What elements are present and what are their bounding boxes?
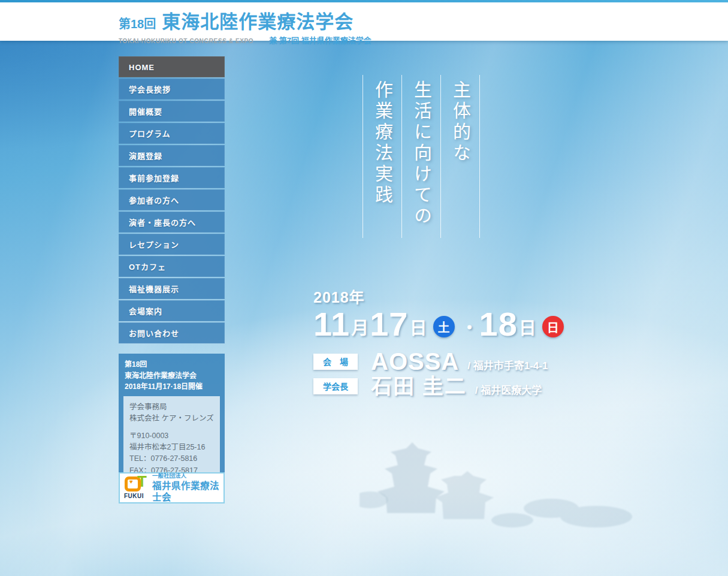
- saturday-badge: 土: [433, 316, 455, 337]
- sidebar-item-label: 演者・座長の方へ: [129, 218, 196, 227]
- venue-row: 会 場 AOSSA / 福井市手寄1-4-1: [313, 351, 548, 372]
- date-month-unit: 月: [351, 320, 368, 337]
- top-accent-bar: [0, 0, 728, 2]
- sidebar-item-label: HOME: [129, 63, 155, 72]
- ot-logo-fukui-text: FUKUI: [124, 493, 144, 499]
- date-day2: 18: [479, 307, 518, 341]
- secretariat-panel: 学会事務局 株式会社 ケア・フレンズ 〒910-0003 福井市松本2丁目25-…: [123, 396, 220, 482]
- congress-info-line2: 東海北陸作業療法学会: [125, 370, 219, 382]
- association-name: 福井県作業療法士会: [152, 480, 219, 503]
- congress-info-box: 第18回 東海北陸作業療法学会 2018年11月17·18日開催 学会事務局 株…: [119, 354, 225, 487]
- date-day2-unit: 日: [519, 320, 536, 337]
- sidebar-item-ot-cafe[interactable]: OTカフェ: [119, 256, 225, 277]
- sidebar-item-venue-guide[interactable]: 会場案内: [119, 300, 225, 321]
- congress-year: 2018年: [313, 285, 567, 307]
- congress-info-line3: 2018年11月17·18日開催: [125, 381, 219, 393]
- headline-text: 作業療法実践: [369, 75, 395, 238]
- association-type: 一般社団法人: [152, 472, 219, 480]
- president-name: 石田 圭二: [371, 376, 467, 397]
- secretariat-postal: 〒910-0003: [129, 430, 214, 442]
- headline-text: 主体的な: [447, 75, 473, 238]
- sidebar-item-contact[interactable]: お問い合わせ: [119, 322, 225, 343]
- sidebar-item-pre-registration[interactable]: 事前参加登録: [119, 167, 225, 188]
- sidebar-item-label: レセプション: [129, 240, 179, 249]
- secretariat-company: 株式会社 ケア・フレンズ: [129, 413, 214, 424]
- date-separator: ・: [461, 315, 478, 339]
- sidebar-item-label: 福祉機器展示: [129, 285, 179, 294]
- sidebar-item-label: 事前参加登録: [129, 174, 179, 183]
- president-affiliation: / 福井医療大学: [475, 382, 542, 397]
- sidebar-item-label: 学会長挨拶: [129, 85, 171, 94]
- congress-info-header: 第18回 東海北陸作業療法学会 2018年11月17·18日開催: [123, 359, 220, 396]
- congress-dates: 2018年 11 月 17 日 土 ・ 18 日 日: [313, 285, 567, 341]
- sidebar-item-label: 参加者の方へ: [129, 196, 179, 205]
- sidebar-item-overview[interactable]: 開催概要: [119, 101, 225, 122]
- sidebar-item-label: お問い合わせ: [129, 329, 179, 338]
- headline-column-2: 生活に向けての: [402, 75, 441, 238]
- sidebar-item-label: 開催概要: [129, 107, 162, 116]
- sidebar-item-welfare-equipment[interactable]: 福祉機器展示: [119, 278, 225, 299]
- sidebar-item-for-speakers[interactable]: 演者・座長の方へ: [119, 212, 225, 233]
- venue-address: / 福井市手寄1-4-1: [467, 357, 548, 372]
- date-day1: 17: [370, 307, 408, 341]
- sidebar-item-label: 演題登録: [129, 152, 162, 161]
- sidebar-nav: HOME 学会長挨拶 開催概要 プログラム 演題登録 事前参加登録 参加者の方へ…: [119, 56, 225, 343]
- congress-info-line1: 第18回: [125, 359, 219, 370]
- site-subtitle-english: TOKAI-HOKURIKU OT CONGRESS & EXPO: [119, 38, 253, 44]
- site-subtitle-japanese: 兼 第7回 福井県作業療法学会: [269, 34, 371, 46]
- sidebar-item-program[interactable]: プログラム: [119, 123, 225, 144]
- hero-vertical-headline: 主体的な 生活に向けての 作業療法実践: [363, 75, 480, 238]
- date-month: 11: [313, 307, 350, 341]
- site-header: 第18回 東海北陸作業療法学会 TOKAI-HOKURIKU OT CONGRE…: [0, 2, 728, 41]
- sidebar-item-reception[interactable]: レセプション: [119, 234, 225, 255]
- venue-president-section: 会 場 AOSSA / 福井市手寄1-4-1 学会長 石田 圭二 / 福井医療大…: [313, 351, 548, 400]
- sidebar-item-home[interactable]: HOME: [119, 56, 225, 77]
- venue-label-badge: 会 場: [313, 354, 358, 370]
- ot-fukui-logo-icon: ♥ T FUKUI: [124, 475, 148, 500]
- sunday-badge: 日: [542, 316, 564, 337]
- castle-background-image: [360, 429, 641, 531]
- sidebar-item-for-participants[interactable]: 参加者の方へ: [119, 189, 225, 210]
- association-logo-link[interactable]: ♥ T FUKUI 一般社団法人 福井県作業療法士会: [119, 472, 225, 503]
- venue-name: AOSSA: [371, 349, 459, 373]
- site-title: 東海北陸作業療法学会: [162, 7, 354, 34]
- president-label-badge: 学会長: [313, 378, 358, 394]
- sidebar-item-label: 会場案内: [129, 307, 162, 316]
- headline-text: 生活に向けての: [408, 75, 434, 238]
- site-title-prefix: 第18回: [119, 14, 156, 32]
- secretariat-label: 学会事務局: [129, 402, 214, 413]
- page: 第18回 東海北陸作業療法学会 TOKAI-HOKURIKU OT CONGRE…: [0, 0, 728, 576]
- secretariat-tel: TEL：0776-27-5816: [129, 453, 214, 465]
- sidebar-item-label: プログラム: [129, 129, 171, 138]
- secretariat-address: 福井市松本2丁目25-16: [129, 442, 214, 453]
- headline-column-1: 主体的な: [441, 75, 480, 238]
- sidebar-item-label: OTカフェ: [129, 263, 166, 272]
- sidebar-item-greeting[interactable]: 学会長挨拶: [119, 79, 225, 99]
- president-row: 学会長 石田 圭二 / 福井医療大学: [313, 376, 548, 396]
- date-day1-unit: 日: [410, 320, 427, 337]
- sidebar-item-abstract-registration[interactable]: 演題登録: [119, 145, 225, 166]
- headline-column-3: 作業療法実践: [363, 75, 402, 238]
